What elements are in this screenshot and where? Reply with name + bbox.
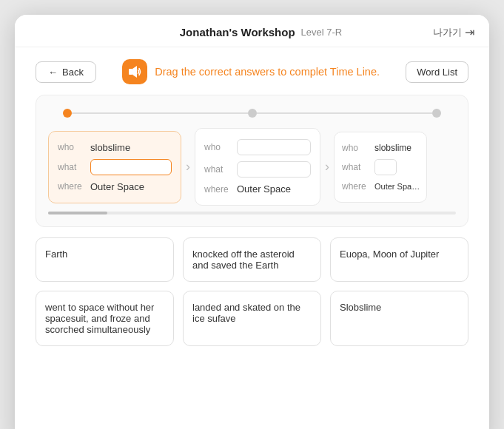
app-level: Level 7-R <box>301 27 343 38</box>
card1-where-row: where Outer Space <box>58 181 172 192</box>
card2-who-row: who <box>204 139 311 155</box>
timeline-cards-row: who slobslime what where Outer Space › <box>48 128 456 206</box>
timeline-card-2: who what where Outer Space <box>195 128 320 206</box>
answer-card-5-text: landed and skated on the ice sufave <box>192 302 312 324</box>
timeline-scrollbar[interactable] <box>48 212 456 214</box>
card3-who-value: slobslime <box>374 143 411 153</box>
app-window: Jonathan's Workshop Level 7-R 나가기 ⇥ ← Ba… <box>15 15 489 429</box>
chevron-right-2: › <box>320 159 334 175</box>
answer-card-6-text: Slobslime <box>340 302 381 313</box>
exit-button[interactable]: 나가기 ⇥ <box>433 25 474 39</box>
instruction-icon <box>122 59 147 84</box>
chevron-right-1: › <box>181 159 195 175</box>
card2-where-label: where <box>204 184 231 195</box>
card1-what-input[interactable] <box>90 159 172 175</box>
card2-who-label: who <box>204 142 231 152</box>
timeline-line-2 <box>257 112 433 114</box>
answer-card-2[interactable]: knocked off the asteroid and saved the E… <box>183 237 321 282</box>
card1-where-label: where <box>58 181 84 192</box>
exit-icon: ⇥ <box>465 25 474 39</box>
timeline-dot-2 <box>248 109 257 118</box>
timeline-area: who slobslime what where Outer Space › <box>36 95 468 227</box>
back-label: Back <box>62 67 84 78</box>
instruction-text: Drag the correct answers to complet Time… <box>155 66 380 78</box>
timeline-dot-1 <box>63 109 72 118</box>
card1-what-row: what <box>58 159 172 175</box>
card1-where-value: Outer Space <box>90 181 144 192</box>
svg-rect-0 <box>129 69 132 75</box>
card2-where-value: Outer Space <box>237 183 291 195</box>
toolbar-row: ← Back Drag the correct answers to compl… <box>36 59 468 84</box>
main-content: ← Back Drag the correct answers to compl… <box>15 47 489 429</box>
answer-card-1-text: Farth <box>45 249 67 260</box>
title-bar: Jonathan's Workshop Level 7-R 나가기 ⇥ <box>15 15 489 47</box>
card2-where-row: where Outer Space <box>204 183 311 195</box>
answer-card-5[interactable]: landed and skated on the ice sufave <box>183 291 321 346</box>
answer-card-1[interactable]: Farth <box>36 237 174 282</box>
card3-where-value: Outer Spa… <box>374 182 419 191</box>
back-arrow-icon: ← <box>48 67 58 78</box>
answer-cards-grid: Farth knocked off the asteroid and saved… <box>36 237 468 346</box>
app-title: Jonathan's Workshop <box>180 26 295 38</box>
word-list-button[interactable]: Word List <box>406 61 468 83</box>
back-button[interactable]: ← Back <box>36 61 96 83</box>
card2-who-input[interactable] <box>237 139 311 155</box>
timeline-card-1: who slobslime what where Outer Space <box>48 131 181 203</box>
card2-what-row: what <box>204 161 311 178</box>
answer-card-3-text: Euopa, Moon of Jupiter <box>340 249 439 260</box>
answer-card-4[interactable]: went to space without her spacesuit, and… <box>36 291 174 346</box>
card1-who-row: who slobslime <box>58 142 172 153</box>
exit-label: 나가기 <box>433 26 462 39</box>
card2-what-input[interactable] <box>237 161 311 178</box>
answer-card-4-text: went to space without her spacesuit, and… <box>45 302 164 335</box>
card1-what-label: what <box>58 162 84 172</box>
svg-marker-1 <box>132 66 137 78</box>
card2-what-label: what <box>204 164 231 175</box>
card3-who-row: who slobslime <box>342 143 419 153</box>
card1-who-value: slobslime <box>90 142 130 153</box>
answer-card-2-text: knocked off the asteroid and saved the E… <box>192 249 312 271</box>
timeline-card-3: who slobslime what where Outer Spa… <box>334 132 427 203</box>
timeline-scrollbar-thumb <box>48 212 107 214</box>
card3-who-label: who <box>342 143 369 153</box>
instruction-area: Drag the correct answers to complet Time… <box>122 59 380 84</box>
answer-card-3[interactable]: Euopa, Moon of Jupiter <box>330 237 468 282</box>
card1-who-label: who <box>58 142 84 152</box>
card3-where-label: where <box>342 181 369 192</box>
speaker-icon <box>127 64 142 79</box>
card3-what-label: what <box>342 162 369 172</box>
answer-card-6[interactable]: Slobslime <box>330 291 468 346</box>
title-bar-center: Jonathan's Workshop Level 7-R <box>180 26 342 38</box>
card3-where-row: where Outer Spa… <box>342 181 419 192</box>
timeline-dots <box>48 109 456 118</box>
timeline-line-1 <box>72 112 248 114</box>
card3-what-row: what <box>342 159 419 175</box>
timeline-dot-3 <box>432 109 441 118</box>
